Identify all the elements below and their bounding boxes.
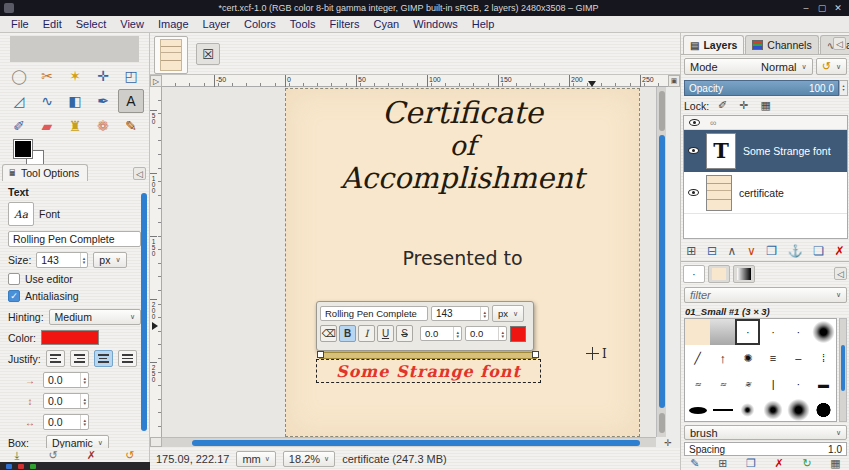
menu-item[interactable]: View — [113, 16, 151, 32]
brush-cell[interactable]: · — [760, 319, 785, 345]
eye-icon[interactable] — [689, 119, 700, 126]
duplicate-layer-button[interactable]: ❐ — [766, 244, 777, 258]
underline-button[interactable]: U — [377, 325, 394, 342]
tool-fuzzy-select[interactable]: ✶ — [62, 64, 88, 88]
tool-move[interactable]: ✛ — [90, 64, 116, 88]
justify-left-button[interactable] — [46, 350, 65, 367]
delete-brush-button[interactable]: ✗ — [775, 457, 784, 470]
tool-color-picker[interactable]: ✐ — [6, 114, 32, 138]
strikethrough-button[interactable]: S — [396, 325, 413, 342]
layer-row-text[interactable]: T Some Strange font — [684, 130, 847, 172]
menu-item[interactable]: Select — [69, 16, 114, 32]
delete-layer-button[interactable]: ✗ — [835, 244, 845, 258]
brush-cell[interactable] — [710, 397, 735, 422]
eye-icon[interactable] — [688, 147, 699, 154]
merge-layer-button[interactable]: ❏ — [813, 244, 824, 258]
refresh-brushes-button[interactable]: ↻ — [802, 457, 811, 470]
menu-item[interactable]: Layer — [196, 16, 238, 32]
font-name-field[interactable]: Rolling Pen Complete — [8, 231, 141, 247]
line-spacing-spinner[interactable]: 0.0 ▴▾ — [43, 393, 89, 409]
baseline-spinner[interactable]: 0.0 ▴▾ — [420, 326, 462, 341]
resize-handle[interactable] — [532, 351, 539, 358]
vertical-scrollbar[interactable] — [656, 87, 666, 437]
eye-icon[interactable] — [688, 189, 699, 196]
brush-cell[interactable] — [685, 319, 710, 345]
zoom-dropdown[interactable]: 18.2% ∨ — [283, 451, 335, 467]
unit-dropdown[interactable]: mm ∨ — [236, 451, 275, 467]
brush-filter-dropdown[interactable]: filter ∨ — [684, 287, 847, 303]
letter-spacing-spinner[interactable]: 0.0 ▴▾ — [43, 414, 89, 430]
menu-item[interactable]: Tools — [283, 16, 323, 32]
close-button[interactable]: ✕ — [831, 3, 845, 13]
text-color-swatch[interactable] — [41, 330, 99, 345]
opacity-spinner[interactable]: ▴▾ — [839, 80, 848, 96]
image-tab-certificate[interactable] — [154, 36, 188, 74]
bold-button[interactable]: B — [339, 325, 356, 342]
brush-cell[interactable]: – — [786, 345, 811, 371]
lock-position-icon[interactable]: ✛ — [739, 99, 748, 112]
new-brush-button[interactable]: ⊞ — [718, 457, 727, 470]
tool-bucket-fill[interactable]: ◧ — [62, 89, 88, 113]
brush-cell[interactable] — [710, 319, 735, 345]
tab-channels[interactable]: Channels — [745, 35, 818, 54]
open-brush-button[interactable]: ▦ — [830, 457, 840, 470]
box-dropdown[interactable]: Dynamic ∨ — [46, 435, 109, 448]
brush-cell[interactable]: · — [786, 371, 811, 397]
use-editor-checkbox[interactable] — [8, 273, 20, 285]
antialiasing-checkbox[interactable]: ✓ — [8, 290, 20, 302]
horizontal-scrollbar[interactable] — [162, 437, 656, 447]
brush-scrollbar-thumb[interactable] — [841, 345, 845, 391]
lower-layer-button[interactable]: ∨ — [747, 244, 756, 258]
panel-collapse-icon[interactable]: ◁ — [133, 167, 146, 180]
menu-item[interactable]: Edit — [36, 16, 69, 32]
blend-space-button[interactable]: ↺ ∨ — [816, 58, 847, 75]
tool-transform[interactable]: ◿ — [6, 89, 32, 113]
tab-gradients[interactable] — [733, 265, 755, 283]
delete-preset-button[interactable]: ✗ — [87, 449, 96, 462]
popup-font-field[interactable]: Rolling Pen Complete — [320, 306, 428, 321]
duplicate-brush-button[interactable]: ❐ — [746, 457, 756, 470]
tool-clone[interactable]: ♜ — [62, 114, 88, 138]
brush-cell[interactable]: ↑ — [710, 345, 735, 371]
horizontal-scrollbar-thumb[interactable] — [192, 440, 640, 446]
text-entry-box[interactable]: Some Strange font — [316, 359, 541, 383]
popup-color-swatch[interactable] — [510, 326, 526, 342]
minimize-button[interactable]: – — [799, 3, 813, 13]
taskbar-item-green[interactable] — [30, 464, 36, 469]
resize-handle[interactable] — [317, 351, 324, 358]
brush-cell[interactable]: · — [786, 319, 811, 345]
justify-center-button[interactable] — [94, 350, 113, 367]
clear-formatting-button[interactable]: ⌫ — [320, 325, 337, 342]
brush-cell[interactable]: ⁞ — [811, 345, 836, 371]
taskbar-item-blue[interactable] — [6, 464, 12, 469]
lock-pixels-icon[interactable]: ✐ — [718, 99, 727, 112]
tab-patterns[interactable] — [708, 265, 730, 283]
navigation-button[interactable]: ✛ — [656, 437, 680, 448]
brush-cell[interactable]: · — [735, 319, 760, 345]
kerning-spinner[interactable]: 0.0 ▴▾ — [465, 326, 507, 341]
tool-ellipse-select[interactable]: ◯ — [6, 64, 32, 88]
menu-item[interactable]: Cyan — [366, 16, 406, 32]
font-preview-button[interactable]: Aa — [8, 202, 34, 226]
tool-eraser[interactable]: ▰ — [34, 114, 60, 138]
brush-cell[interactable] — [811, 397, 836, 422]
brush-cell[interactable] — [786, 397, 811, 422]
chain-icon[interactable]: ∞ — [710, 118, 716, 128]
vertical-scrollbar-thumb[interactable] — [659, 135, 665, 408]
mode-dropdown[interactable]: Mode Normal ∨ — [684, 58, 813, 75]
layer-row-certificate[interactable]: certificate — [684, 172, 847, 214]
brush-cell[interactable] — [735, 397, 760, 422]
new-layer-button[interactable]: ⊞ — [686, 244, 696, 258]
ruler-right-icon[interactable]: ▣ — [668, 75, 680, 87]
spacing-slider[interactable]: Spacing 1.0 — [684, 442, 847, 456]
menu-item[interactable]: Windows — [406, 16, 465, 32]
brush-cell[interactable] — [811, 319, 836, 345]
justify-fill-button[interactable] — [118, 350, 137, 367]
tool-smudge[interactable]: ❁ — [90, 114, 116, 138]
tab-brushes[interactable]: · — [683, 265, 705, 283]
brush-scrollbar[interactable] — [839, 318, 847, 422]
tool-options-scrollbar[interactable] — [141, 193, 147, 431]
menu-item[interactable]: File — [4, 16, 36, 32]
brush-cell[interactable] — [685, 397, 710, 422]
save-preset-button[interactable]: ⤓ — [15, 449, 20, 462]
